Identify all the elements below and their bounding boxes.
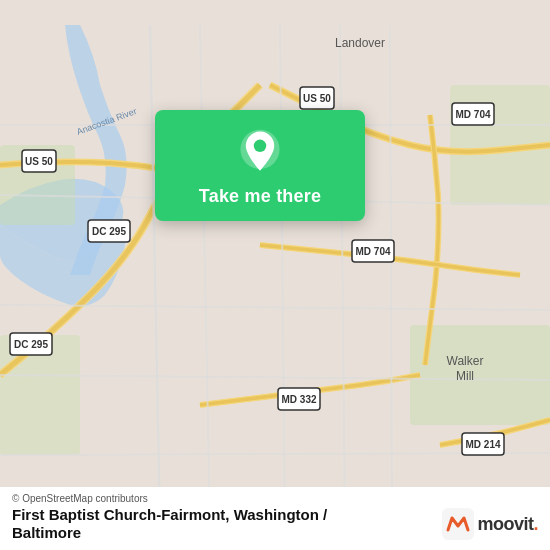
place-name: First Baptist Church-Fairmont, Washingto…: [12, 506, 327, 523]
svg-text:DC 295: DC 295: [92, 226, 126, 237]
svg-text:US 50: US 50: [25, 156, 53, 167]
attribution-text: © OpenStreetMap contributors: [12, 493, 148, 504]
svg-text:MD 332: MD 332: [281, 394, 316, 405]
moovit-label: moovit: [477, 514, 533, 534]
location-pin-icon: [236, 128, 284, 176]
navigation-card[interactable]: Take me there: [155, 110, 365, 221]
bottom-info-bar: © OpenStreetMap contributors First Bapti…: [0, 487, 550, 550]
svg-text:MD 704: MD 704: [455, 109, 490, 120]
svg-text:MD 704: MD 704: [355, 246, 390, 257]
svg-text:Walker: Walker: [447, 354, 484, 368]
moovit-icon: [442, 508, 474, 540]
svg-text:DC 295: DC 295: [14, 339, 48, 350]
moovit-text: moovit.: [477, 514, 538, 535]
moovit-logo: moovit.: [442, 508, 538, 540]
place-info: First Baptist Church-Fairmont, Washingto…: [12, 506, 327, 542]
svg-text:US 50: US 50: [303, 93, 331, 104]
map-attribution: © OpenStreetMap contributors: [12, 493, 538, 504]
svg-text:MD 214: MD 214: [465, 439, 500, 450]
svg-text:Landover: Landover: [335, 36, 385, 50]
map-background: US 50 US 50 DC 295 DC 295 MD 704 MD 704 …: [0, 0, 550, 550]
take-me-there-label: Take me there: [199, 186, 321, 207]
map-container: US 50 US 50 DC 295 DC 295 MD 704 MD 704 …: [0, 0, 550, 550]
place-row: First Baptist Church-Fairmont, Washingto…: [12, 506, 538, 542]
svg-point-36: [254, 140, 266, 152]
place-name-line2: Baltimore: [12, 524, 81, 541]
svg-text:Mill: Mill: [456, 369, 474, 383]
